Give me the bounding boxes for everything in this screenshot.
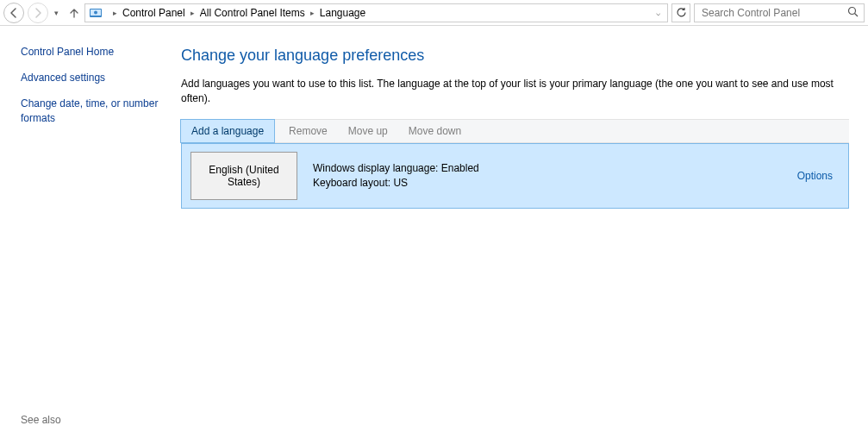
search-box[interactable] xyxy=(694,3,865,22)
keyboard-layout-line: Keyboard layout: US xyxy=(313,176,797,191)
search-input[interactable] xyxy=(700,6,847,20)
sidebar-link-datetime[interactable]: Change date, time, or number formats xyxy=(21,97,162,124)
recent-locations-dropdown[interactable]: ▾ xyxy=(52,9,60,17)
remove-button[interactable]: Remove xyxy=(278,120,338,142)
sidebar-link-home[interactable]: Control Panel Home xyxy=(21,45,162,59)
control-panel-icon xyxy=(89,6,103,20)
breadcrumb-item[interactable]: Control Panel xyxy=(122,7,185,19)
language-name: English (United States) xyxy=(190,152,297,200)
refresh-button[interactable] xyxy=(671,3,690,22)
language-toolbar: Add a language Remove Move up Move down xyxy=(181,119,849,143)
add-language-button[interactable]: Add a language xyxy=(180,119,275,143)
svg-point-2 xyxy=(94,10,97,14)
language-options-link[interactable]: Options xyxy=(797,170,833,182)
language-list-item[interactable]: English (United States) Windows display … xyxy=(181,143,849,209)
sidebar: Control Panel Home Advanced settings Cha… xyxy=(0,26,172,438)
move-down-button[interactable]: Move down xyxy=(398,120,471,142)
address-dropdown-icon[interactable]: ⌵ xyxy=(653,9,664,17)
see-also-heading: See also xyxy=(21,414,162,429)
address-bar[interactable]: ▸ Control Panel▸ All Control Panel Items… xyxy=(84,3,668,22)
display-language-line: Windows display language: Enabled xyxy=(313,161,797,176)
up-button[interactable] xyxy=(66,3,83,23)
main-content: Change your language preferences Add lan… xyxy=(172,26,868,438)
chevron-right-icon: ▸ xyxy=(190,9,195,17)
move-up-button[interactable]: Move up xyxy=(338,120,398,142)
search-icon[interactable] xyxy=(847,6,859,20)
back-button[interactable] xyxy=(3,3,24,23)
breadcrumb-item[interactable]: All Control Panel Items xyxy=(200,7,305,19)
address-toolbar: ▾ ▸ Control Panel▸ All Control Panel Ite… xyxy=(0,0,868,26)
page-description: Add languages you want to use to this li… xyxy=(181,77,836,107)
breadcrumb-item[interactable]: Language xyxy=(320,7,365,19)
chevron-right-icon: ▸ xyxy=(113,9,117,17)
page-title: Change your language preferences xyxy=(181,47,849,65)
svg-line-4 xyxy=(855,13,859,16)
forward-button[interactable] xyxy=(28,3,48,23)
sidebar-link-advanced[interactable]: Advanced settings xyxy=(21,71,162,84)
chevron-right-icon: ▸ xyxy=(310,9,315,17)
svg-point-3 xyxy=(849,7,856,14)
language-details: Windows display language: Enabled Keyboa… xyxy=(313,161,797,191)
